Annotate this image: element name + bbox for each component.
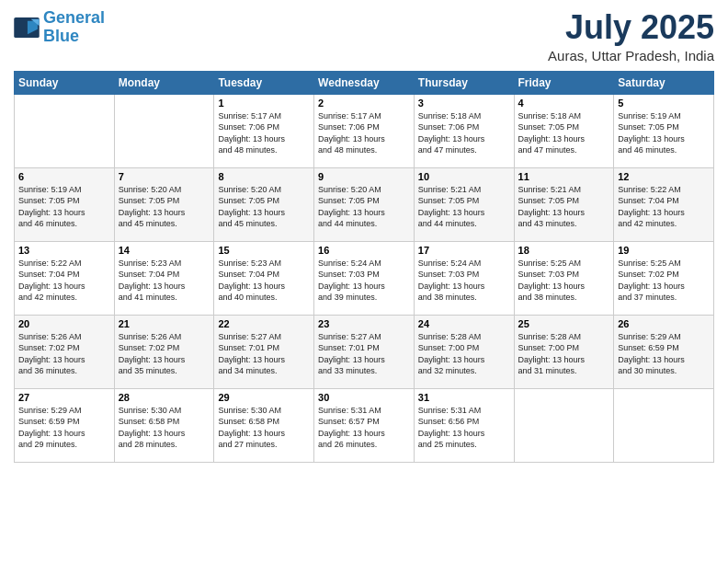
day-info: Sunrise: 5:29 AMSunset: 6:59 PMDaylight:… [18,405,110,451]
col-sunday: Sunday [15,71,115,94]
week-row-3: 13Sunrise: 5:22 AMSunset: 7:04 PMDayligh… [15,241,714,315]
day-number: 24 [418,318,510,329]
day-number: 18 [518,245,610,256]
day-cell: 5Sunrise: 5:19 AMSunset: 7:05 PMDaylight… [614,94,714,167]
day-number: 13 [18,245,110,256]
day-number: 30 [318,392,410,403]
day-cell: 26Sunrise: 5:29 AMSunset: 6:59 PMDayligh… [614,315,714,388]
day-cell: 29Sunrise: 5:30 AMSunset: 6:58 PMDayligh… [214,388,314,462]
day-number: 22 [218,318,310,329]
day-cell: 12Sunrise: 5:22 AMSunset: 7:04 PMDayligh… [614,167,714,241]
day-info: Sunrise: 5:20 AMSunset: 7:05 PMDaylight:… [119,184,210,230]
day-info: Sunrise: 5:23 AMSunset: 7:04 PMDaylight:… [119,258,210,304]
day-number: 3 [418,98,510,109]
day-info: Sunrise: 5:24 AMSunset: 7:03 PMDaylight:… [418,258,510,304]
day-cell: 11Sunrise: 5:21 AMSunset: 7:05 PMDayligh… [514,167,614,241]
day-cell: 23Sunrise: 5:27 AMSunset: 7:01 PMDayligh… [314,315,415,388]
day-number: 12 [618,171,710,182]
day-number: 23 [318,318,410,329]
day-cell [114,94,214,167]
day-info: Sunrise: 5:29 AMSunset: 6:59 PMDaylight:… [618,331,710,377]
week-row-2: 6Sunrise: 5:19 AMSunset: 7:05 PMDaylight… [15,167,714,241]
day-cell [514,388,614,462]
day-cell: 27Sunrise: 5:29 AMSunset: 6:59 PMDayligh… [15,388,115,462]
day-cell: 17Sunrise: 5:24 AMSunset: 7:03 PMDayligh… [414,241,514,315]
day-info: Sunrise: 5:25 AMSunset: 7:02 PMDaylight:… [618,258,710,304]
day-number: 4 [518,98,610,109]
day-info: Sunrise: 5:21 AMSunset: 7:05 PMDaylight:… [518,184,610,230]
day-info: Sunrise: 5:19 AMSunset: 7:05 PMDaylight:… [18,184,110,230]
day-number: 19 [618,245,710,256]
day-number: 15 [218,245,310,256]
header: General Blue July 2025 Auras, Uttar Prad… [14,9,714,63]
day-number: 5 [618,98,710,109]
week-row-4: 20Sunrise: 5:26 AMSunset: 7:02 PMDayligh… [15,315,714,388]
day-info: Sunrise: 5:18 AMSunset: 7:06 PMDaylight:… [418,110,510,156]
day-number: 2 [318,98,410,109]
week-row-5: 27Sunrise: 5:29 AMSunset: 6:59 PMDayligh… [15,388,714,462]
day-info: Sunrise: 5:20 AMSunset: 7:05 PMDaylight:… [218,184,310,230]
calendar-header-row: Sunday Monday Tuesday Wednesday Thursday… [15,71,714,94]
day-cell: 10Sunrise: 5:21 AMSunset: 7:05 PMDayligh… [414,167,514,241]
week-row-1: 1Sunrise: 5:17 AMSunset: 7:06 PMDaylight… [15,94,714,167]
col-friday: Friday [514,71,614,94]
day-cell [614,388,714,462]
day-number: 21 [119,318,210,329]
day-cell [15,94,115,167]
day-cell: 19Sunrise: 5:25 AMSunset: 7:02 PMDayligh… [614,241,714,315]
day-info: Sunrise: 5:23 AMSunset: 7:04 PMDaylight:… [218,258,310,304]
day-info: Sunrise: 5:25 AMSunset: 7:03 PMDaylight:… [518,258,610,304]
day-cell: 4Sunrise: 5:18 AMSunset: 7:05 PMDaylight… [514,94,614,167]
day-cell: 15Sunrise: 5:23 AMSunset: 7:04 PMDayligh… [214,241,314,315]
day-number: 1 [218,98,310,109]
day-number: 8 [218,171,310,182]
day-info: Sunrise: 5:26 AMSunset: 7:02 PMDaylight:… [119,331,210,377]
day-cell: 13Sunrise: 5:22 AMSunset: 7:04 PMDayligh… [15,241,115,315]
day-number: 31 [418,392,510,403]
day-info: Sunrise: 5:19 AMSunset: 7:05 PMDaylight:… [618,110,710,156]
col-wednesday: Wednesday [314,71,415,94]
day-number: 16 [318,245,410,256]
day-cell: 30Sunrise: 5:31 AMSunset: 6:57 PMDayligh… [314,388,415,462]
day-number: 11 [518,171,610,182]
logo-icon [14,17,40,38]
day-info: Sunrise: 5:24 AMSunset: 7:03 PMDaylight:… [318,258,410,304]
day-number: 28 [119,392,210,403]
day-info: Sunrise: 5:31 AMSunset: 6:56 PMDaylight:… [418,405,510,451]
day-info: Sunrise: 5:22 AMSunset: 7:04 PMDaylight:… [18,258,110,304]
logo-line2: Blue [43,27,79,45]
day-cell: 14Sunrise: 5:23 AMSunset: 7:04 PMDayligh… [114,241,214,315]
day-info: Sunrise: 5:28 AMSunset: 7:00 PMDaylight:… [518,331,610,377]
day-cell: 9Sunrise: 5:20 AMSunset: 7:05 PMDaylight… [314,167,415,241]
day-number: 27 [18,392,110,403]
day-cell: 21Sunrise: 5:26 AMSunset: 7:02 PMDayligh… [114,315,214,388]
day-info: Sunrise: 5:21 AMSunset: 7:05 PMDaylight:… [418,184,510,230]
day-cell: 1Sunrise: 5:17 AMSunset: 7:06 PMDaylight… [214,94,314,167]
logo-text: General Blue [43,9,105,46]
day-cell: 28Sunrise: 5:30 AMSunset: 6:58 PMDayligh… [114,388,214,462]
day-cell: 18Sunrise: 5:25 AMSunset: 7:03 PMDayligh… [514,241,614,315]
day-info: Sunrise: 5:20 AMSunset: 7:05 PMDaylight:… [318,184,410,230]
logo-line1: General [43,8,105,27]
day-cell: 22Sunrise: 5:27 AMSunset: 7:01 PMDayligh… [214,315,314,388]
day-info: Sunrise: 5:31 AMSunset: 6:57 PMDaylight:… [318,405,410,451]
day-cell: 31Sunrise: 5:31 AMSunset: 6:56 PMDayligh… [414,388,514,462]
col-tuesday: Tuesday [214,71,314,94]
day-number: 25 [518,318,610,329]
day-number: 29 [218,392,310,403]
title-block: July 2025 Auras, Uttar Pradesh, India [548,9,714,63]
day-info: Sunrise: 5:17 AMSunset: 7:06 PMDaylight:… [318,110,410,156]
day-cell: 25Sunrise: 5:28 AMSunset: 7:00 PMDayligh… [514,315,614,388]
day-info: Sunrise: 5:27 AMSunset: 7:01 PMDaylight:… [218,331,310,377]
day-info: Sunrise: 5:30 AMSunset: 6:58 PMDaylight:… [119,405,210,451]
col-thursday: Thursday [414,71,514,94]
day-cell: 6Sunrise: 5:19 AMSunset: 7:05 PMDaylight… [15,167,115,241]
day-info: Sunrise: 5:28 AMSunset: 7:00 PMDaylight:… [418,331,510,377]
page: General Blue July 2025 Auras, Uttar Prad… [0,0,728,563]
day-cell: 8Sunrise: 5:20 AMSunset: 7:05 PMDaylight… [214,167,314,241]
day-info: Sunrise: 5:22 AMSunset: 7:04 PMDaylight:… [618,184,710,230]
day-number: 9 [318,171,410,182]
day-number: 10 [418,171,510,182]
col-monday: Monday [114,71,214,94]
day-cell: 24Sunrise: 5:28 AMSunset: 7:00 PMDayligh… [414,315,514,388]
